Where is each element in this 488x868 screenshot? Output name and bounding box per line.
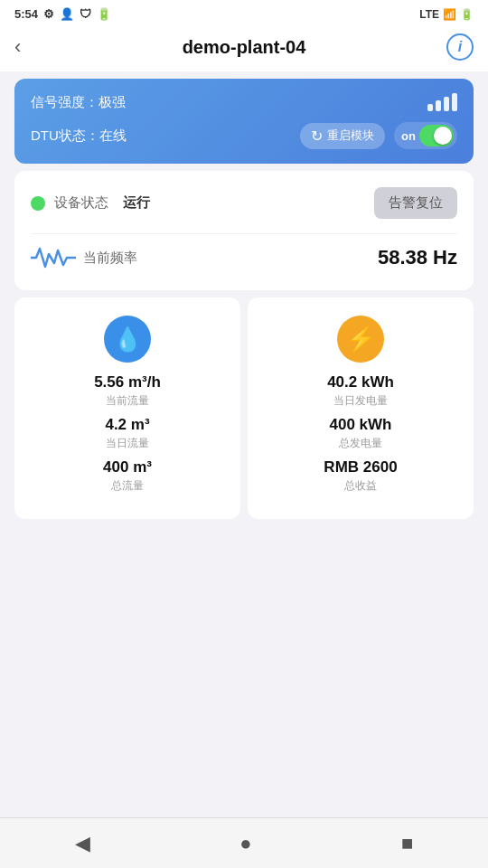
daily-flow-value: 4.2 m³ bbox=[29, 416, 226, 434]
status-time: 5:54 bbox=[14, 7, 38, 21]
signal-card: 信号强度：极强 DTU状态：在线 ↻ 重启模块 on bbox=[14, 79, 474, 164]
nav-back-button[interactable]: ◀ bbox=[57, 825, 108, 863]
nav-home-button[interactable]: ● bbox=[221, 825, 269, 863]
signal-bars-icon bbox=[427, 93, 457, 111]
toggle-container: on bbox=[394, 122, 457, 149]
frequency-label: 当前频率 bbox=[83, 250, 137, 267]
daily-power-label: 当日发电量 bbox=[262, 393, 459, 409]
restart-label: 重启模块 bbox=[327, 127, 374, 144]
lightning-icon: ⚡ bbox=[346, 326, 375, 354]
device-status-row: 设备状态 运行 告警复位 bbox=[31, 187, 457, 219]
total-revenue-label: 总收益 bbox=[262, 478, 459, 494]
page-title: demo-plant-04 bbox=[43, 37, 445, 58]
frequency-value: 58.38 Hz bbox=[378, 246, 457, 269]
alert-reset-button[interactable]: 告警复位 bbox=[374, 187, 457, 219]
daily-flow-label: 当日流量 bbox=[29, 436, 226, 451]
nav-square-button[interactable]: ■ bbox=[383, 825, 431, 863]
total-flow-value: 400 m³ bbox=[29, 458, 226, 476]
battery-status: 🔋 bbox=[460, 8, 474, 21]
flow-icon-wrap: 💧 bbox=[104, 316, 151, 363]
header: ‹ demo-plant-04 i bbox=[0, 24, 488, 71]
toggle-thumb bbox=[434, 127, 452, 145]
power-icon-wrap: ⚡ bbox=[337, 316, 384, 363]
nav-bar: ◀ ● ■ bbox=[0, 817, 488, 868]
toggle-switch[interactable] bbox=[419, 125, 454, 146]
flow-stat-card: 💧 5.56 m³/h 当前流量 4.2 m³ 当日流量 400 m³ 总流量 bbox=[14, 297, 240, 519]
restart-button[interactable]: ↻ 重启模块 bbox=[300, 123, 385, 149]
total-flow-label: 总流量 bbox=[29, 478, 226, 494]
device-status-label: 设备状态 bbox=[54, 194, 108, 212]
frequency-icon bbox=[31, 241, 76, 274]
signal-icon: 📶 bbox=[443, 8, 456, 21]
current-flow-label: 当前流量 bbox=[29, 393, 226, 409]
power-stat-card: ⚡ 40.2 kWh 当日发电量 400 kWh 总发电量 RMB 2600 总… bbox=[248, 297, 474, 519]
back-button[interactable]: ‹ bbox=[14, 35, 43, 59]
battery-icon: 🔋 bbox=[97, 7, 111, 21]
restart-icon: ↻ bbox=[311, 127, 323, 145]
status-dot-green bbox=[31, 196, 45, 211]
water-droplet-icon: 💧 bbox=[113, 326, 142, 354]
signal-label: 信号强度：极强 bbox=[31, 94, 126, 111]
profile-icon: 👤 bbox=[60, 7, 74, 21]
dtu-label: DTU状态：在线 bbox=[31, 127, 127, 145]
status-bar: 5:54 ⚙ 👤 🛡 🔋 LTE 📶 🔋 bbox=[0, 0, 488, 24]
stat-cards-row: 💧 5.56 m³/h 当前流量 4.2 m³ 当日流量 400 m³ 总流量 … bbox=[14, 297, 474, 519]
total-power-label: 总发电量 bbox=[262, 436, 459, 451]
lte-label: LTE bbox=[419, 8, 439, 21]
settings-icon: ⚙ bbox=[43, 7, 54, 21]
device-status-card: 设备状态 运行 告警复位 当前频率 58.38 Hz bbox=[14, 171, 474, 290]
info-button[interactable]: i bbox=[446, 33, 474, 61]
device-status-value: 运行 bbox=[123, 194, 150, 212]
shield-icon: 🛡 bbox=[80, 7, 91, 21]
total-power-value: 400 kWh bbox=[262, 416, 459, 434]
frequency-row: 当前频率 58.38 Hz bbox=[31, 233, 457, 274]
daily-power-value: 40.2 kWh bbox=[262, 373, 459, 392]
total-revenue-value: RMB 2600 bbox=[262, 458, 459, 476]
current-flow-value: 5.56 m³/h bbox=[29, 373, 226, 392]
toggle-label: on bbox=[401, 129, 416, 143]
